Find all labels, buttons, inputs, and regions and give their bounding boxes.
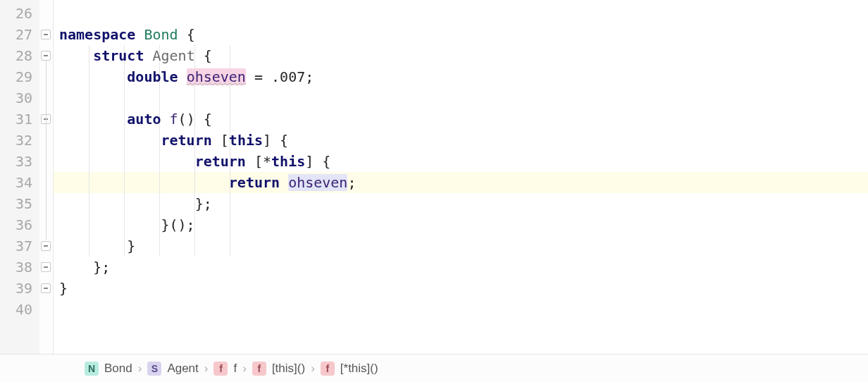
line-number: 31 [0,109,32,130]
breadcrumb-label: [*this]() [340,362,378,376]
breadcrumb-label: f [233,362,237,376]
line-number: 40 [0,299,32,320]
line-number: 29 [0,66,32,87]
code-line[interactable]: } [59,278,868,299]
line-number: 38 [0,257,32,278]
code-line[interactable]: namespace Bond { [59,24,868,45]
fold-handle[interactable] [41,30,51,39]
line-number: 32 [0,130,32,151]
code-line[interactable]: }; [59,257,868,278]
code-line[interactable]: return ohseven; [59,172,868,193]
breadcrumb-item[interactable]: ff [213,362,237,376]
code-line[interactable]: auto f() { [59,109,868,130]
line-number: 33 [0,151,32,172]
fold-gutter[interactable] [39,0,54,354]
symbol-badge: S [147,362,161,376]
code-line[interactable]: } [59,235,868,257]
line-number-gutter[interactable]: 262728293031323334353637383940 [0,0,39,354]
breadcrumb-item[interactable]: f[*this]() [321,362,378,376]
line-number: 36 [0,214,32,235]
chevron-right-icon: › [138,362,142,376]
breadcrumb-item[interactable]: SAgent [147,362,198,376]
symbol-badge: f [213,362,228,376]
code-line[interactable] [59,87,868,109]
line-number: 35 [0,193,32,214]
code-line[interactable] [59,3,868,24]
fold-handle[interactable] [41,241,51,251]
line-number: 27 [0,24,32,45]
chevron-right-icon: › [242,362,247,376]
symbol-badge: N [85,362,99,376]
line-number: 26 [0,3,32,24]
chevron-right-icon: › [311,362,315,376]
code-line[interactable]: struct Agent { [59,45,868,66]
symbol-badge: f [252,362,266,376]
code-line[interactable]: return [*this] { [59,151,868,172]
breadcrumb-label: [this]() [272,362,305,376]
code-line[interactable]: double ohseven = .007; [59,66,868,87]
symbol-badge: f [321,362,335,376]
line-number: 28 [0,45,32,66]
code-area[interactable]: 262728293031323334353637383940 namespace… [0,0,868,354]
breadcrumb-item[interactable]: f[this]() [252,362,305,376]
line-number: 34 [0,172,32,193]
code-editor: 262728293031323334353637383940 namespace… [0,0,868,382]
code-line[interactable]: }(); [59,214,868,235]
fold-handle[interactable] [41,283,51,293]
fold-handle[interactable] [41,51,51,61]
line-number: 30 [0,87,32,109]
breadcrumb-bar[interactable]: NBond›SAgent›ff›f[this]()›f[*this]() [0,354,868,382]
chevron-right-icon: › [204,362,209,376]
breadcrumb-item[interactable]: NBond [85,362,132,376]
code-line[interactable] [59,299,868,320]
code-text-area[interactable]: namespace Bond { struct Agent { double o… [54,0,868,354]
line-number: 39 [0,278,32,299]
breadcrumb-label: Bond [104,362,132,376]
code-line[interactable]: }; [59,193,868,214]
breadcrumb-label: Agent [167,362,198,376]
code-line[interactable]: return [this] { [59,130,868,151]
fold-handle[interactable] [41,262,51,272]
line-number: 37 [0,235,32,257]
